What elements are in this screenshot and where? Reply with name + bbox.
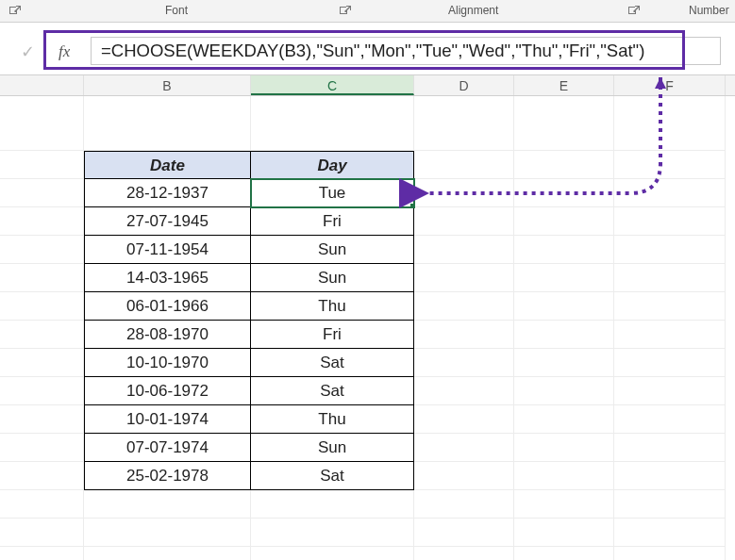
cell[interactable] [614, 547, 726, 560]
cell-day[interactable]: Sat [251, 462, 414, 490]
cell[interactable] [414, 377, 514, 405]
cell[interactable] [614, 179, 726, 207]
cell[interactable] [0, 349, 84, 377]
cell[interactable] [514, 179, 614, 207]
cell[interactable] [414, 349, 514, 377]
cell[interactable] [414, 405, 514, 434]
cell[interactable] [414, 179, 514, 207]
cell-date[interactable]: 28-12-1937 [84, 179, 251, 207]
cell-day-active[interactable]: Tue [251, 179, 414, 207]
dialog-launcher-icon[interactable] [8, 5, 21, 18]
spreadsheet-grid[interactable]: Date Day 28-12-1937 Tue 27-07-1945Fri 07… [0, 96, 735, 560]
cell[interactable] [614, 490, 726, 519]
cell[interactable] [614, 462, 726, 490]
cell[interactable] [514, 434, 614, 462]
cell[interactable] [0, 207, 84, 236]
cell[interactable] [414, 264, 514, 292]
cell-day[interactable]: Sun [251, 264, 414, 292]
cell[interactable] [514, 349, 614, 377]
cell[interactable] [514, 321, 614, 349]
cell[interactable] [514, 490, 614, 519]
col-header-B[interactable]: B [84, 75, 251, 95]
cell[interactable] [0, 377, 84, 405]
cell-day[interactable]: Fri [251, 207, 414, 236]
cell-day[interactable]: Sun [251, 236, 414, 264]
cell-date[interactable]: 10-06-1972 [84, 377, 251, 405]
cell[interactable] [614, 519, 726, 547]
cell[interactable] [0, 292, 84, 321]
cell[interactable] [84, 490, 251, 519]
cell[interactable] [514, 405, 614, 434]
cell[interactable] [514, 264, 614, 292]
cell[interactable] [414, 547, 514, 560]
header-date[interactable]: Date [84, 151, 251, 179]
fill-handle[interactable] [410, 204, 414, 207]
cell[interactable] [414, 434, 514, 462]
header-day[interactable]: Day [251, 151, 414, 179]
cell[interactable] [251, 96, 414, 151]
cell[interactable] [0, 151, 84, 179]
cell[interactable] [0, 519, 84, 547]
cell[interactable] [514, 547, 614, 560]
cell[interactable] [414, 490, 514, 519]
cell[interactable] [0, 236, 84, 264]
cell[interactable] [84, 547, 251, 560]
cell[interactable] [614, 434, 726, 462]
cell-day[interactable]: Thu [251, 292, 414, 321]
cell[interactable] [514, 207, 614, 236]
cell[interactable] [0, 462, 84, 490]
cell[interactable] [614, 151, 726, 179]
cell-date[interactable]: 06-01-1966 [84, 292, 251, 321]
cell[interactable] [614, 264, 726, 292]
cell[interactable] [514, 96, 614, 151]
cell[interactable] [414, 292, 514, 321]
cell-day[interactable]: Sun [251, 434, 414, 462]
cell[interactable] [414, 321, 514, 349]
cell-date[interactable]: 25-02-1978 [84, 462, 251, 490]
cell[interactable] [514, 236, 614, 264]
col-header-C[interactable]: C [251, 75, 414, 95]
cell[interactable] [414, 207, 514, 236]
cell-date[interactable]: 10-01-1974 [84, 405, 251, 434]
enter-icon[interactable]: ✓ [21, 41, 35, 62]
col-header-E[interactable]: E [514, 75, 614, 95]
cell[interactable] [414, 462, 514, 490]
cell[interactable] [614, 207, 726, 236]
cell[interactable] [0, 321, 84, 349]
cell[interactable] [0, 96, 84, 151]
col-header-blank[interactable] [0, 75, 84, 95]
dialog-launcher-icon[interactable] [626, 5, 640, 18]
cell[interactable] [514, 462, 614, 490]
cell[interactable] [614, 321, 726, 349]
cell-day[interactable]: Fri [251, 321, 414, 349]
cell[interactable] [514, 377, 614, 405]
cell[interactable] [414, 519, 514, 547]
cell[interactable] [614, 349, 726, 377]
cell-day[interactable]: Sat [251, 349, 414, 377]
dialog-launcher-icon[interactable] [338, 5, 351, 18]
cell[interactable] [84, 96, 251, 151]
fx-icon[interactable]: fx [58, 42, 70, 61]
cell-day[interactable]: Thu [251, 405, 414, 434]
cell-date[interactable]: 10-10-1970 [84, 349, 251, 377]
cell[interactable] [614, 377, 726, 405]
col-header-D[interactable]: D [414, 75, 514, 95]
cell[interactable] [514, 151, 614, 179]
cell[interactable] [0, 179, 84, 207]
cell[interactable] [84, 519, 251, 547]
cell[interactable] [0, 264, 84, 292]
cell-date[interactable]: 28-08-1970 [84, 321, 251, 349]
cell[interactable] [514, 519, 614, 547]
cell[interactable] [614, 405, 726, 434]
cell[interactable] [414, 236, 514, 264]
cell-date[interactable]: 07-07-1974 [84, 434, 251, 462]
cell[interactable] [614, 292, 726, 321]
cell[interactable] [0, 547, 84, 560]
cell[interactable] [414, 96, 514, 151]
col-header-F[interactable]: F [614, 75, 726, 95]
cell[interactable] [251, 547, 414, 560]
cell[interactable] [514, 292, 614, 321]
cell[interactable] [614, 96, 726, 151]
cell-day[interactable]: Sat [251, 377, 414, 405]
cell[interactable] [614, 236, 726, 264]
